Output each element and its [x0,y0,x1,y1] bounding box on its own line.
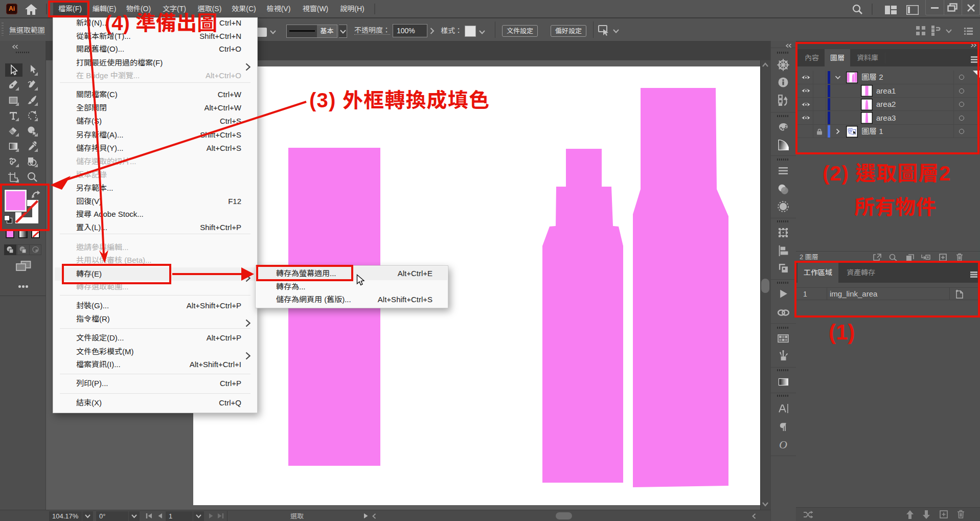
svg-text:O: O [779,439,787,450]
